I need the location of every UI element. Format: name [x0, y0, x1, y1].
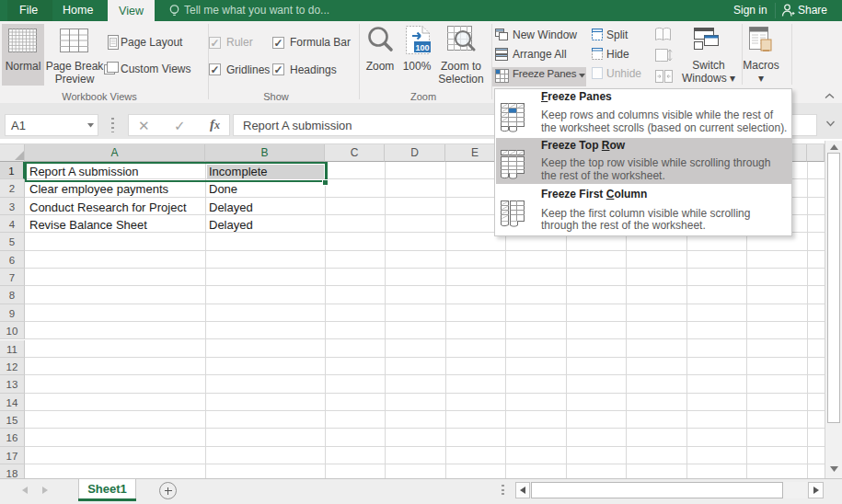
svg-text:100: 100 — [415, 43, 429, 52]
